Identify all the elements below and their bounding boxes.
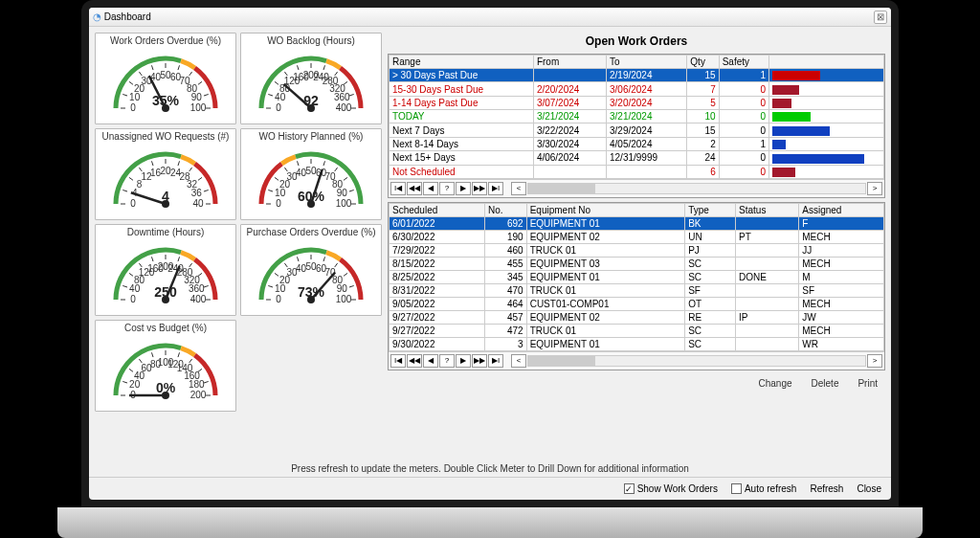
show-wo-checkbox[interactable]: ✓Show Work Orders [624,483,718,494]
table-row[interactable]: Next 7 Days3/22/20243/29/2024150 [390,123,884,137]
gauge-title: Purchase Orders Overdue (%) [246,227,375,237]
table-row[interactable]: 9/27/2022457EQUIPMENT 02REIPJW [390,310,884,324]
svg-line-32 [297,65,299,70]
gauge-title: Cost vs Budget (%) [124,323,207,333]
gauge-card[interactable]: WO History Planned (%)010203040506070809… [240,128,382,220]
delete-button[interactable]: Delete [812,378,839,389]
svg-line-108 [178,257,180,261]
svg-line-134 [335,263,338,267]
svg-line-148 [129,369,133,371]
gauges-panel: Work Orders Overdue (%)01020304050607080… [95,33,382,455]
svg-line-110 [189,263,192,267]
open-wo-table[interactable]: RangeFromToQtySafety> 30 Days Past Due2/… [388,54,885,198]
close-button[interactable]: Close [857,483,881,494]
auto-refresh-checkbox[interactable]: Auto refresh [731,483,796,494]
window-title: Dashboard [104,11,151,22]
svg-line-38 [335,72,338,76]
row-actions: Change Delete Print [388,374,885,392]
change-button[interactable]: Change [759,378,792,389]
print-button[interactable]: Print [858,378,878,389]
svg-line-8 [151,65,153,70]
svg-line-64 [198,177,202,180]
svg-line-156 [178,352,180,357]
svg-line-56 [151,161,153,166]
table-row[interactable]: 9/27/2022472TRUCK 01SCMECH [390,324,884,337]
gauge-card[interactable]: Work Orders Overdue (%)01020304050607080… [95,33,236,124]
svg-line-4 [129,81,133,84]
svg-line-136 [344,273,347,276]
svg-line-30 [284,72,287,76]
svg-line-76 [275,177,278,180]
table-row[interactable]: Next 15+ Days4/06/202412/31/9999240 [390,151,884,165]
table-row[interactable]: 9/05/2022464CUST01-COMP01OTMECH [390,297,884,310]
svg-line-52 [129,177,133,180]
svg-line-62 [189,168,192,171]
wo-list-table[interactable]: ScheduledNo.Equipment NoTypeStatusAssign… [388,202,885,370]
gauge-title: Downtime (Hours) [127,227,205,237]
gauge-title: WO History Planned (%) [259,131,364,142]
hint-text: Press refresh to update the meters. Doub… [89,460,891,477]
gauge-title: Work Orders Overdue (%) [110,35,221,46]
table-row[interactable]: 6/01/2022692EQUIPMENT 01BKF [390,216,884,230]
table-row[interactable]: Not Scheduled60 [390,165,884,178]
open-wo-title: Open Work Orders [388,33,885,50]
table-row[interactable]: 6/30/2022190EQUIPMENT 02UNPTMECH [390,230,884,243]
svg-line-102 [139,263,142,267]
svg-line-132 [323,257,325,261]
svg-line-104 [151,257,153,261]
svg-line-80 [297,161,299,166]
footer: ✓Show Work Orders Auto refresh Refresh C… [89,477,891,500]
svg-line-86 [335,168,338,171]
svg-line-100 [129,273,133,276]
table-row[interactable]: 8/15/2022455EQUIPMENT 03SCMECH [390,257,884,270]
table-row[interactable]: 7/29/2022460TRUCK 01PJJJ [390,243,884,257]
svg-line-60 [178,161,180,166]
svg-line-88 [344,177,347,180]
refresh-button[interactable]: Refresh [810,483,843,494]
svg-line-54 [139,168,142,171]
table-nav[interactable]: I◀◀◀◀?▶▶▶▶I <> [389,179,884,197]
gauge-title: Unassigned WO Requests (#) [102,131,230,142]
svg-line-36 [323,65,325,70]
close-icon[interactable]: ⊠ [874,11,887,24]
svg-line-128 [297,257,299,261]
table-row[interactable]: 9/30/20223EQUIPMENT 01SCWR [390,337,884,350]
table-row[interactable]: TODAY3/21/20243/21/2024100 [390,110,884,123]
gauge-card[interactable]: Cost vs Budget (%)0204060801001201401601… [95,320,236,412]
table-row[interactable]: Next 8-14 Days3/30/20244/05/202421 [390,137,884,150]
svg-line-124 [275,273,278,276]
table-row[interactable]: 1-14 Days Past Due3/07/20243/20/202450 [390,96,884,109]
gauge-card[interactable]: Downtime (Hours)040801201602002402803203… [95,224,236,316]
svg-line-28 [275,81,278,84]
svg-line-6 [139,72,142,76]
titlebar: ◔ Dashboard ⊠ [89,8,891,27]
table-row[interactable]: 8/25/2022345EQUIPMENT 01SCDONEM [390,270,884,283]
table-nav-2[interactable]: I◀◀◀◀?▶▶▶▶I <> [389,351,884,370]
gauge-card[interactable]: Purchase Orders Overdue (%)0102030405060… [240,224,382,316]
svg-line-150 [139,359,142,363]
gauge-card[interactable]: WO Backlog (Hours)0408012016020024028032… [240,33,382,124]
svg-line-152 [151,352,153,357]
table-row[interactable]: 15-30 Days Past Due2/20/20243/06/202470 [390,82,884,96]
svg-line-16 [198,81,202,84]
table-row[interactable]: 8/31/2022470TRUCK 01SFSF [390,283,884,297]
svg-line-12 [178,65,180,70]
gauge-title: WO Backlog (Hours) [267,35,355,46]
svg-line-126 [284,263,287,267]
svg-line-78 [284,168,287,171]
svg-line-14 [189,72,192,76]
svg-line-158 [189,359,192,363]
table-row[interactable]: > 30 Days Past Due2/19/2024151 [390,69,884,82]
gauge-card[interactable]: Unassigned WO Requests (#)04812162024283… [95,128,236,220]
svg-line-84 [323,161,325,166]
